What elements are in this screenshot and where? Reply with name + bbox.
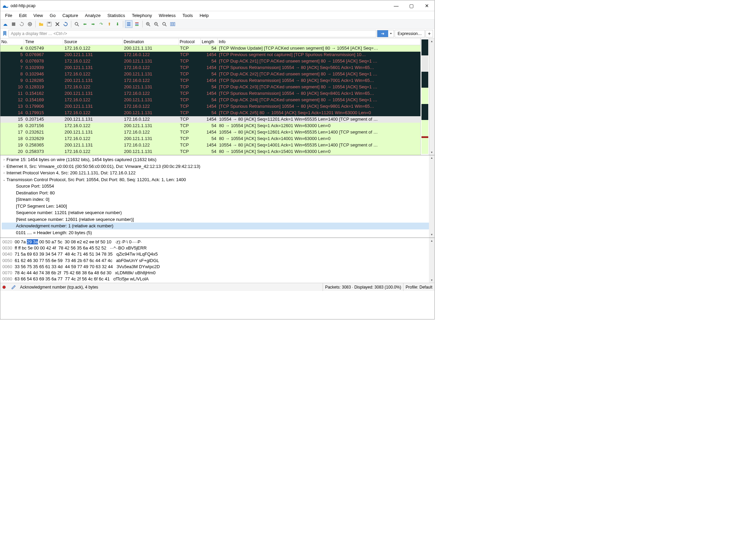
scroll-down-button[interactable]: ▾ — [429, 232, 434, 238]
table-row[interactable]: 160.207156172.16.0.122200.121.1.131TCP54… — [0, 123, 420, 129]
menu-capture[interactable]: Capture — [59, 12, 82, 19]
hex-line[interactable]: 0030 ff ff bc 5e 00 00 42 4f 78 42 56 35… — [2, 245, 432, 251]
tree-item[interactable]: ›Frame 15: 1454 bytes on wire (11632 bit… — [2, 156, 433, 163]
maximize-button[interactable]: ▢ — [404, 1, 419, 11]
column-header-time[interactable]: Time — [24, 38, 63, 45]
go-forward-button[interactable]: ➡ — [89, 20, 97, 28]
menu-file[interactable]: File — [2, 12, 16, 19]
colorize-button[interactable] — [133, 20, 141, 28]
table-row[interactable]: 170.232621200.121.1.131172.16.0.122TCP14… — [0, 129, 420, 136]
tree-toggle-icon[interactable]: ⌄ — [2, 177, 6, 182]
tree-item[interactable]: [Stream index: 0] — [2, 196, 433, 203]
hex-line[interactable]: 0040 71 5a 69 63 39 34 54 77 48 4c 71 46… — [2, 251, 432, 257]
minimize-button[interactable]: — — [389, 1, 404, 11]
column-header-destination[interactable]: Destination — [123, 38, 179, 45]
column-header-info[interactable]: Info — [218, 38, 420, 45]
start-capture-button[interactable] — [2, 20, 9, 28]
menu-view[interactable]: View — [30, 12, 46, 19]
tree-item[interactable]: 0101 .... = Header Length: 20 bytes (5) — [2, 229, 433, 236]
restart-capture-button[interactable] — [18, 20, 25, 28]
go-first-button[interactable]: ⬆ — [106, 20, 113, 28]
tree-toggle-icon[interactable]: › — [2, 170, 6, 175]
hex-line[interactable]: 0060 33 56 75 35 65 61 33 4d 44 59 77 49… — [2, 264, 432, 270]
tree-item[interactable]: ›Internet Protocol Version 4, Src: 200.1… — [2, 170, 433, 176]
hex-line[interactable]: 0050 61 62 46 30 77 55 6e 59 73 46 2b 67… — [2, 258, 432, 264]
tree-item[interactable]: Destination Port: 80 — [2, 190, 433, 196]
scroll-up-button[interactable]: ▴ — [429, 38, 434, 44]
expression-button[interactable]: Expression… — [395, 30, 425, 37]
stop-capture-button[interactable] — [10, 20, 17, 28]
table-row[interactable]: 140.179915172.16.0.122200.121.1.131TCP54… — [0, 110, 420, 116]
display-filter-input[interactable] — [8, 30, 376, 37]
table-row[interactable]: 40.025749172.16.0.122200.121.1.131TCP54[… — [0, 45, 420, 52]
save-file-button[interactable] — [46, 20, 53, 28]
go-to-packet-button[interactable]: ↷ — [97, 20, 105, 28]
table-row[interactable]: 120.154169172.16.0.122200.121.1.131TCP54… — [0, 97, 420, 103]
packet-list-scrollbar[interactable]: ▴ ▾ — [429, 38, 434, 155]
tree-item[interactable]: [TCP Segment Len: 1400] — [2, 203, 433, 210]
column-header-no[interactable]: No. — [0, 38, 24, 45]
table-row[interactable]: 50.076967200.121.1.131172.16.0.122TCP145… — [0, 52, 420, 58]
menu-wireless[interactable]: Wireless — [155, 12, 179, 19]
table-row[interactable]: 180.232629172.16.0.122200.121.1.131TCP54… — [0, 136, 420, 142]
table-row[interactable]: 150.207145200.121.1.131172.16.0.122TCP14… — [0, 116, 420, 123]
resize-columns-button[interactable] — [169, 20, 176, 28]
table-row[interactable]: 200.258373172.16.0.122200.121.1.131TCP54… — [0, 149, 420, 155]
tree-item[interactable]: Sequence number: 11201 (relative sequenc… — [2, 209, 433, 216]
tree-toggle-icon[interactable]: › — [2, 164, 6, 169]
menu-statistics[interactable]: Statistics — [104, 12, 128, 19]
table-row[interactable]: 80.102946172.16.0.122200.121.1.131TCP54[… — [0, 71, 420, 77]
menu-go[interactable]: Go — [46, 12, 59, 19]
close-file-button[interactable] — [54, 20, 61, 28]
scroll-up-button[interactable]: ▴ — [429, 238, 434, 243]
hex-line[interactable]: 0020 00 7a 29 3a 00 50 a7 5c 30 08 e2 e2… — [2, 239, 432, 245]
filter-history-button[interactable]: ▾ — [388, 30, 394, 37]
hex-line[interactable]: 0080 63 66 54 63 69 35 6a 77 77 4c 2f 56… — [2, 276, 432, 282]
table-row[interactable]: 190.258365200.121.1.131172.16.0.122TCP14… — [0, 142, 420, 149]
status-profile[interactable]: Profile: Default — [403, 283, 434, 291]
open-file-button[interactable] — [37, 20, 45, 28]
apply-filter-button[interactable]: ➔ — [377, 30, 388, 37]
tree-item[interactable]: Source Port: 10554 — [2, 183, 433, 190]
table-row[interactable]: 70.102939200.121.1.131172.16.0.122TCP145… — [0, 65, 420, 71]
column-header-source[interactable]: Source — [63, 38, 123, 45]
tree-toggle-icon[interactable]: › — [2, 157, 6, 162]
menu-help[interactable]: Help — [196, 12, 212, 19]
table-row[interactable]: 100.128319172.16.0.122200.121.1.131TCP54… — [0, 84, 420, 90]
zoom-out-button[interactable] — [152, 20, 160, 28]
hex-line[interactable]: 0070 78 4c 44 4d 74 38 6b 2f 75 42 68 38… — [2, 270, 432, 276]
zoom-reset-button[interactable] — [161, 20, 168, 28]
menu-tools[interactable]: Tools — [179, 12, 196, 19]
scroll-up-button[interactable]: ▴ — [429, 155, 434, 161]
packet-minimap[interactable] — [420, 38, 429, 155]
go-last-button[interactable]: ⬇ — [114, 20, 121, 28]
menu-edit[interactable]: Edit — [16, 12, 30, 19]
menu-analyze[interactable]: Analyze — [82, 12, 104, 19]
bytes-scrollbar[interactable]: ▴ ▾ — [429, 238, 434, 283]
tree-item[interactable]: [Next sequence number: 12601 (relative s… — [2, 216, 433, 223]
column-header-protocol[interactable]: Protocol — [179, 38, 201, 45]
table-row[interactable]: 130.179906200.121.1.131172.16.0.122TCP14… — [0, 103, 420, 110]
close-button[interactable]: ✕ — [419, 1, 434, 11]
bookmark-button[interactable] — [2, 30, 8, 37]
expert-info-icon[interactable] — [2, 285, 6, 289]
tree-item[interactable]: ⌄Transmission Control Protocol, Src Port… — [2, 176, 433, 183]
details-scrollbar[interactable]: ▴ ▾ — [429, 155, 434, 238]
menu-telephony[interactable]: Telephony — [128, 12, 155, 19]
tree-item[interactable]: ›Ethernet II, Src: Vmware_c0:00:01 (00:5… — [2, 163, 433, 170]
table-row[interactable]: 60.076978172.16.0.122200.121.1.131TCP54[… — [0, 58, 420, 65]
zoom-in-button[interactable] — [144, 20, 152, 28]
capture-options-button[interactable] — [26, 20, 34, 28]
reload-button[interactable] — [62, 20, 69, 28]
scroll-down-button[interactable]: ▾ — [429, 150, 434, 155]
edit-preferences-icon[interactable] — [9, 283, 18, 291]
tree-item[interactable]: Acknowledgment number: 1 (relative ack n… — [2, 223, 433, 229]
scroll-down-button[interactable]: ▾ — [429, 277, 434, 283]
table-row[interactable]: 110.154162200.121.1.131172.16.0.122TCP14… — [0, 90, 420, 97]
find-button[interactable] — [73, 20, 80, 28]
table-row[interactable]: 90.128285200.121.1.131172.16.0.122TCP145… — [0, 77, 420, 84]
column-header-length[interactable]: Length — [201, 38, 218, 45]
hex-line[interactable]: 0090 57 4c 6c 35 63 43 79 4e 6d 63 36 52… — [2, 282, 432, 283]
go-back-button[interactable]: ⬅ — [81, 20, 89, 28]
add-filter-button[interactable]: + — [426, 30, 433, 37]
